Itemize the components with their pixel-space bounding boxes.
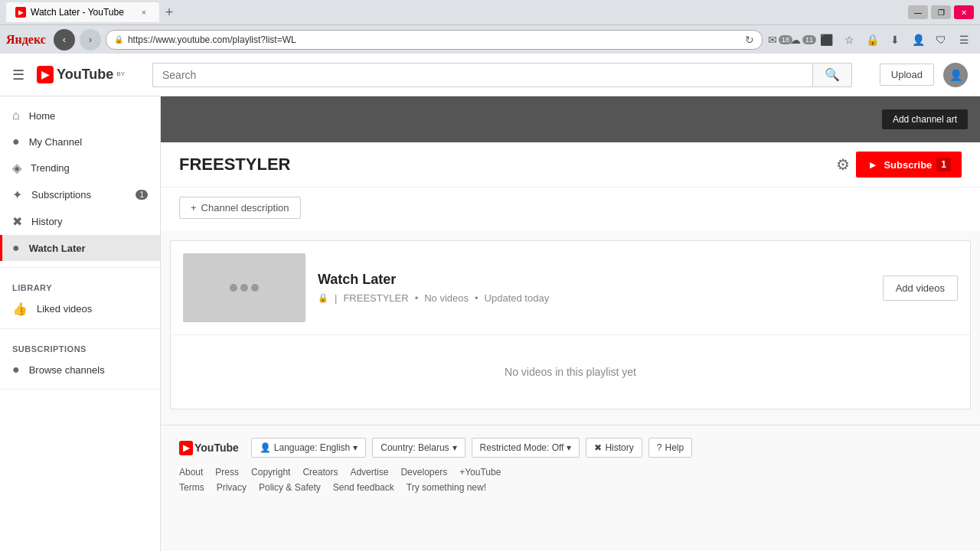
home-icon: ⌂: [12, 109, 20, 122]
search-bar: 🔍: [152, 63, 852, 87]
browser-tab[interactable]: ▶ Watch Later - YouTube ×: [6, 2, 159, 22]
footer-link-terms[interactable]: Terms: [179, 482, 204, 493]
back-button[interactable]: ‹: [54, 29, 75, 51]
profile-icon[interactable]: 👤: [908, 30, 928, 50]
footer-link-copyright[interactable]: Copyright: [251, 467, 290, 478]
sidebar-subscriptions-section: SUBSCRIPTIONS ● Browse channels: [0, 329, 160, 390]
yt-logo-by: BY: [116, 70, 125, 77]
hamburger-menu[interactable]: ☰: [12, 67, 24, 83]
cloud-badge: 11: [802, 35, 816, 44]
channel-banner: Add channel art: [161, 96, 980, 142]
sidebar-label-home: Home: [29, 110, 148, 122]
help-button[interactable]: ? Help: [648, 438, 692, 458]
minimize-button[interactable]: —: [908, 5, 928, 19]
add-channel-art-button[interactable]: Add channel art: [882, 109, 968, 129]
person-icon: 👤: [260, 442, 271, 453]
channel-description-button[interactable]: + Channel description: [179, 197, 301, 219]
restricted-mode-button[interactable]: Restricted Mode: Off ▾: [472, 438, 580, 458]
footer-link-youtube-plus[interactable]: +YouTube: [459, 467, 501, 478]
address-text: https://www.youtube.com/playlist?list=WL: [128, 34, 740, 45]
footer-link-creators[interactable]: Creators: [302, 467, 338, 478]
search-button[interactable]: 🔍: [812, 63, 852, 87]
yt-logo-icon: ▶: [37, 66, 54, 83]
yt-header: ☰ ▶ YouTube BY 🔍 Upload 👤: [0, 54, 980, 96]
history-icon: ✖: [12, 214, 22, 229]
privacy-lock-icon: 🔒: [318, 293, 328, 303]
address-input-wrap[interactable]: 🔒 https://www.youtube.com/playlist?list=…: [106, 30, 763, 50]
dot-3: [251, 284, 259, 292]
add-videos-button[interactable]: Add videos: [883, 276, 958, 301]
lock2-icon[interactable]: 🔒: [862, 30, 882, 50]
tab-favicon: ▶: [15, 7, 26, 18]
new-tab-button[interactable]: +: [159, 2, 179, 22]
header-right: Upload 👤: [880, 63, 968, 87]
footer-link-advertise[interactable]: Advertise: [350, 467, 388, 478]
subscriptions-badge: 1: [136, 190, 148, 200]
footer-link-privacy[interactable]: Privacy: [217, 482, 247, 493]
avatar[interactable]: 👤: [943, 63, 968, 87]
help-icon: ?: [657, 442, 662, 453]
sidebar-item-home[interactable]: ⌂ Home: [0, 103, 160, 129]
subscriptions-section-label: SUBSCRIPTIONS: [0, 335, 160, 357]
yandex-logo: Яндекс: [6, 33, 46, 47]
history-footer-button[interactable]: ✖ History: [586, 438, 642, 458]
main-content: Add channel art FREESTYLER ⚙ ▶ Subscribe…: [161, 96, 980, 551]
mail-icon[interactable]: ✉18: [770, 30, 790, 50]
language-button[interactable]: 👤 Language: English ▾: [251, 438, 366, 458]
lock-icon: 🔒: [114, 35, 123, 44]
close-button[interactable]: ✕: [954, 5, 974, 19]
desc-btn-label: Channel description: [201, 202, 289, 214]
yt-main: ⌂ Home ● My Channel ◈ Trending ✦ Subscri…: [0, 96, 980, 551]
subscribe-button[interactable]: ▶ Subscribe 1: [856, 152, 962, 178]
playlist-meta: 🔒 | FREESTYLER • No videos • Updated tod…: [318, 292, 871, 304]
sidebar-item-liked-videos[interactable]: 👍 Liked videos: [0, 295, 160, 322]
cloud-icon[interactable]: ☁11: [793, 30, 813, 50]
language-arrow: ▾: [353, 442, 358, 453]
footer-link-new[interactable]: Try something new!: [407, 482, 486, 493]
menu-icon[interactable]: ☰: [954, 30, 974, 50]
footer-link-policy[interactable]: Policy & Safety: [259, 482, 321, 493]
browse-icon: ●: [12, 363, 20, 377]
tab-close-button[interactable]: ×: [138, 6, 150, 18]
sidebar-item-subscriptions[interactable]: ✦ Subscriptions 1: [0, 181, 160, 208]
footer-link-developers[interactable]: Developers: [400, 467, 447, 478]
footer-link-feedback[interactable]: Send feedback: [333, 482, 394, 493]
language-label: Language: English: [274, 442, 350, 453]
shield-icon[interactable]: 🛡: [931, 30, 951, 50]
subscribe-yt-icon: ▶: [867, 159, 879, 171]
search-input[interactable]: [152, 63, 812, 87]
bookmark-icon[interactable]: ⬛: [816, 30, 836, 50]
footer-logo-text: YouTube: [194, 442, 239, 454]
browser-toolbar: ✉18 ☁11 ⬛ ☆ 🔒 ⬇ 👤 🛡 ☰: [770, 30, 974, 50]
restore-button[interactable]: ❐: [931, 5, 951, 19]
sidebar-item-watch-later[interactable]: ● Watch Later: [0, 235, 160, 261]
forward-button[interactable]: ›: [80, 29, 101, 51]
playlist-item: Watch Later 🔒 | FREESTYLER • No videos •…: [171, 241, 970, 334]
sidebar-library-section: LIBRARY 👍 Liked videos: [0, 268, 160, 329]
country-button[interactable]: Country: Belarus ▾: [372, 438, 465, 458]
yt-logo[interactable]: ▶ YouTube BY: [37, 66, 125, 83]
sidebar-item-history[interactable]: ✖ History: [0, 208, 160, 235]
reload-button[interactable]: ↻: [745, 34, 754, 46]
youtube-app: ☰ ▶ YouTube BY 🔍 Upload 👤 ⌂ Home ●: [0, 54, 980, 551]
upload-button[interactable]: Upload: [880, 64, 934, 86]
channel-name: FREESTYLER: [179, 155, 836, 174]
sidebar-item-trending[interactable]: ◈ Trending: [0, 155, 160, 181]
yt-logo-text: YouTube: [57, 67, 113, 83]
sidebar-item-my-channel[interactable]: ● My Channel: [0, 129, 160, 155]
download-icon[interactable]: ⬇: [885, 30, 905, 50]
sidebar-item-browse-channels[interactable]: ● Browse channels: [0, 357, 160, 383]
tab-title: Watch Later - YouTube: [31, 7, 124, 18]
star-icon[interactable]: ☆: [839, 30, 859, 50]
playlist-owner: FREESTYLER: [343, 292, 408, 304]
channel-settings-button[interactable]: ⚙: [836, 155, 850, 174]
country-arrow: ▾: [452, 442, 457, 453]
history-footer-label: History: [605, 442, 633, 453]
subscriptions-icon: ✦: [12, 187, 22, 202]
footer-link-press[interactable]: Press: [215, 467, 239, 478]
channel-header: FREESTYLER ⚙ ▶ Subscribe 1: [161, 142, 980, 187]
restricted-arrow: ▾: [567, 442, 571, 453]
playlist-info: Watch Later 🔒 | FREESTYLER • No videos •…: [318, 272, 871, 304]
channel-desc-wrap: + Channel description: [161, 187, 980, 231]
footer-link-about[interactable]: About: [179, 467, 203, 478]
